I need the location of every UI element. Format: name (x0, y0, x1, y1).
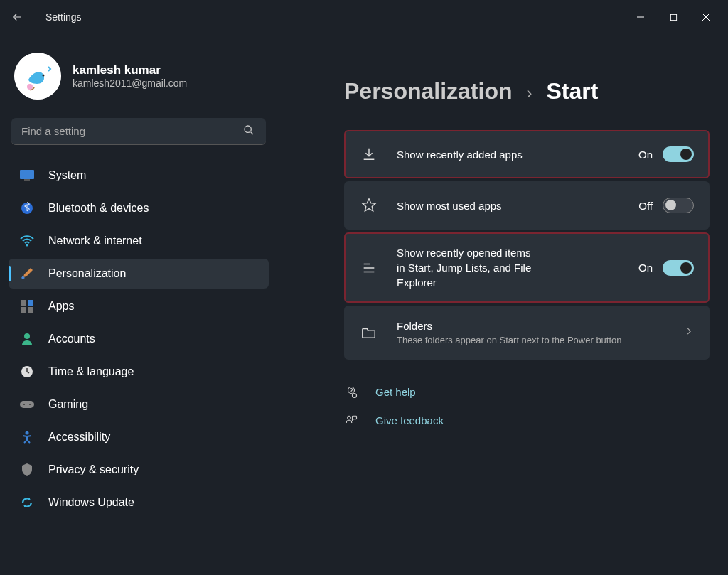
toggle-switch[interactable] (663, 260, 694, 276)
toggle-switch[interactable] (663, 146, 694, 162)
sidebar-item-label: Accessibility (48, 431, 110, 444)
sidebar-item-time-language[interactable]: Time & language (9, 357, 269, 387)
give-feedback-link[interactable]: Give feedback (344, 414, 710, 428)
sidebar-item-label: Privacy & security (48, 463, 139, 476)
user-name: kamlesh kumar (73, 63, 187, 77)
svg-rect-15 (20, 401, 34, 408)
svg-point-18 (26, 431, 29, 435)
back-button[interactable] (3, 3, 31, 31)
link-label: Get help (375, 386, 416, 398)
setting-title: Show recently opened items in Start, Jum… (397, 245, 539, 290)
shield-icon (20, 463, 34, 477)
accessibility-icon (20, 430, 34, 444)
feedback-icon (344, 414, 358, 428)
svg-rect-22 (353, 416, 357, 419)
settings-list: Show recently added apps On Show most us… (344, 130, 710, 360)
avatar (14, 53, 61, 100)
folder-icon (360, 326, 378, 340)
sidebar: kamlesh kumar kamlesh2011@gmail.com Syst… (0, 34, 277, 575)
help-links: Get help Give feedback (344, 385, 710, 428)
svg-point-16 (23, 404, 25, 405)
setting-title: Folders (397, 318, 665, 333)
minimize-icon (636, 13, 645, 21)
svg-rect-10 (28, 300, 33, 306)
search-icon (243, 124, 255, 139)
main-content: Personalization › Start Show recently ad… (277, 34, 728, 575)
star-icon (360, 198, 378, 213)
wifi-icon (20, 234, 34, 248)
search-input[interactable] (11, 118, 266, 145)
svg-rect-12 (28, 307, 33, 313)
sidebar-item-windows-update[interactable]: Windows Update (9, 488, 269, 517)
sidebar-item-network[interactable]: Network & internet (9, 226, 269, 256)
svg-point-13 (24, 333, 30, 339)
link-label: Give feedback (375, 414, 444, 426)
sidebar-item-apps[interactable]: Apps (9, 291, 269, 321)
sidebar-item-accessibility[interactable]: Accessibility (9, 422, 269, 452)
page-title: Start (547, 78, 599, 104)
user-profile[interactable]: kamlesh kumar kamlesh2011@gmail.com (9, 47, 269, 108)
nav: System Bluetooth & devices Network & int… (9, 161, 269, 517)
setting-title: Show recently added apps (397, 147, 539, 162)
sidebar-item-label: Time & language (48, 365, 134, 378)
sidebar-item-personalization[interactable]: Personalization (9, 259, 269, 289)
sidebar-item-system[interactable]: System (9, 161, 269, 190)
toggle-state-label: On (638, 149, 653, 161)
svg-rect-9 (21, 300, 26, 306)
minimize-button[interactable] (624, 6, 657, 28)
sidebar-item-label: Personalization (48, 267, 126, 280)
apps-icon (20, 299, 34, 313)
update-icon (20, 495, 34, 510)
sidebar-item-label: System (48, 169, 86, 182)
breadcrumb-parent[interactable]: Personalization (344, 78, 513, 104)
maximize-button[interactable] (657, 6, 690, 28)
user-email: kamlesh2011@gmail.com (73, 77, 187, 89)
setting-most-used-apps[interactable]: Show most used apps Off (344, 181, 710, 230)
search-wrap (11, 118, 266, 145)
paintbrush-icon (20, 267, 34, 281)
toggle-state-label: Off (638, 200, 653, 212)
bluetooth-icon (20, 201, 34, 215)
sidebar-item-label: Accounts (48, 333, 95, 345)
svg-point-19 (348, 387, 355, 393)
app-title: Settings (46, 11, 82, 23)
svg-point-20 (353, 393, 357, 397)
clock-icon (20, 365, 34, 379)
svg-point-8 (26, 244, 28, 247)
svg-rect-5 (20, 170, 34, 179)
chevron-right-icon (684, 326, 694, 339)
help-icon (344, 385, 358, 399)
list-icon (360, 260, 378, 276)
setting-recently-opened-items[interactable]: Show recently opened items in Start, Jum… (344, 232, 710, 303)
toggle-state-label: On (638, 262, 653, 274)
toggle-switch[interactable] (663, 198, 694, 213)
svg-rect-11 (21, 307, 26, 313)
close-icon (702, 13, 710, 21)
sidebar-item-label: Windows Update (48, 496, 134, 509)
svg-point-4 (245, 126, 251, 132)
window-controls (624, 6, 722, 28)
setting-title: Show most used apps (397, 198, 539, 213)
setting-subtitle: These folders appear on Start next to th… (397, 335, 665, 347)
chevron-right-icon: › (527, 83, 532, 103)
sidebar-item-label: Apps (48, 300, 74, 313)
setting-recently-added-apps[interactable]: Show recently added apps On (344, 130, 710, 178)
breadcrumb: Personalization › Start (344, 78, 710, 104)
sidebar-item-label: Gaming (48, 398, 88, 411)
gamepad-icon (20, 397, 34, 412)
sidebar-item-accounts[interactable]: Accounts (9, 324, 269, 354)
close-button[interactable] (690, 6, 722, 28)
monitor-icon (20, 168, 34, 183)
back-arrow-icon (11, 11, 23, 23)
get-help-link[interactable]: Get help (344, 385, 710, 399)
setting-folders[interactable]: Folders These folders appear on Start ne… (344, 306, 710, 360)
person-icon (20, 332, 34, 346)
maximize-icon (670, 14, 678, 21)
svg-point-17 (29, 404, 31, 405)
svg-point-2 (43, 75, 45, 77)
svg-rect-0 (670, 14, 676, 20)
sidebar-item-privacy[interactable]: Privacy & security (9, 455, 269, 485)
sidebar-item-gaming[interactable]: Gaming (9, 389, 269, 419)
download-icon (360, 146, 378, 162)
sidebar-item-bluetooth[interactable]: Bluetooth & devices (9, 193, 269, 223)
